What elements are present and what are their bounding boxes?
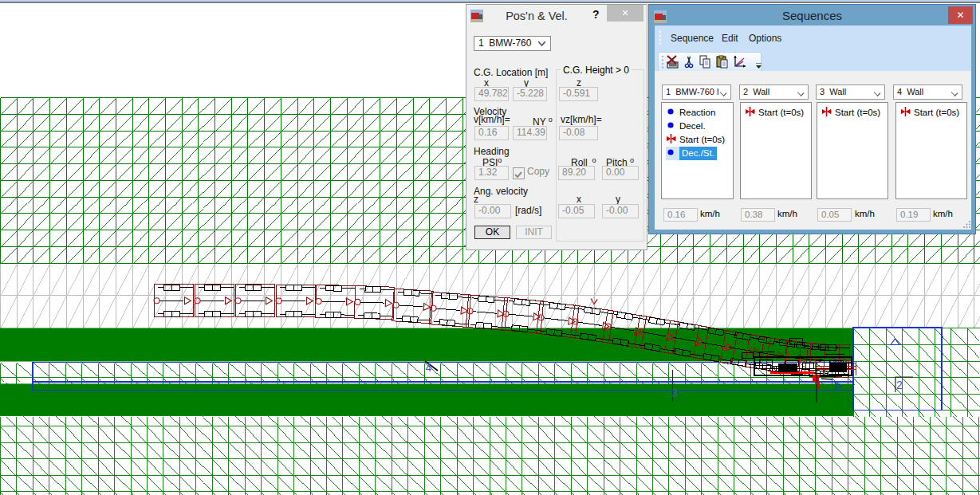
svg-text:3: 3: [671, 387, 678, 399]
svg-text:2: 2: [896, 379, 903, 391]
svg-text:4: 4: [426, 361, 432, 374]
